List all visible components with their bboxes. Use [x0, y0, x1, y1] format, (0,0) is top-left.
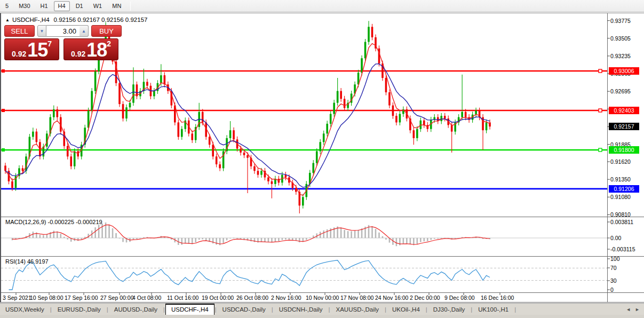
time-axis-label: 24 Nov 16:00	[375, 295, 408, 301]
rsi-axis-label: 0	[610, 287, 644, 293]
price-axis-tick-label: 0.93775	[610, 18, 642, 24]
rsi-axis-label: 100	[610, 256, 644, 262]
price-axis-tick-label: 0.91350	[610, 176, 642, 182]
rsi-indicator-header: RSI(14) 46.9197	[5, 258, 49, 265]
time-axis-label: 10 Sep 08:00	[30, 295, 63, 301]
tab-separator: |	[514, 306, 516, 313]
chart-tab-xauusd-daily[interactable]: XAUUSD-,Daily	[331, 304, 385, 315]
time-axis-label: 3 Sep 2021	[3, 295, 31, 301]
time-axis-label: 4 Oct 08:00	[132, 295, 161, 301]
timeframe-button-w1[interactable]: W1	[89, 1, 107, 11]
time-axis-label: 9 Dec 08:00	[444, 295, 475, 301]
one-click-trade-panel: SELL ▼ ▲ BUY 0.92 15 7	[4, 25, 123, 60]
rsi-axis-label: 70	[610, 265, 644, 271]
chevron-down-icon: ▼	[40, 29, 44, 34]
status-strip	[0, 315, 644, 318]
collapse-panel-icon[interactable]: ▲	[5, 18, 10, 22]
bid-price-tile[interactable]: 0.92 15 7	[4, 38, 59, 60]
sell-button[interactable]: SELL	[4, 25, 35, 37]
chart-window: ▲ USDCHF-,H4 0.92156 0.92167 0.92156 0.9…	[0, 13, 644, 303]
trading-terminal-window: 5M30H1H4D1W1MN ▲ USDCHF-,H4 0.92156 0.92…	[0, 0, 644, 318]
macd-pane	[1, 222, 607, 246]
bid-price-big-digits: 15	[27, 42, 47, 58]
level-price-badge: 0.93006	[609, 67, 639, 75]
timeframe-button-mn[interactable]: MN	[108, 1, 125, 11]
tab-scroll-arrows: ◄►	[626, 304, 640, 315]
timeframe-button-5[interactable]: 5	[1, 1, 13, 11]
timeframe-button-h1[interactable]: H1	[36, 1, 52, 11]
macd-indicator-header: MACD(12,26,9) -0.000225 -0.000219	[5, 219, 102, 225]
volume-increase-button[interactable]: ▲	[79, 25, 89, 37]
chart-tab-dj30-daily[interactable]: DJ30-,Daily	[428, 304, 470, 315]
chart-tab-audusd-daily[interactable]: AUDUSD-,Daily	[109, 304, 163, 315]
tab-scroll-left-button[interactable]: ◄	[626, 307, 631, 312]
macd-axis-label: -0.003115	[610, 246, 644, 252]
ask-price-pip-digit: 2	[107, 39, 111, 48]
time-axis-label: 26 Oct 08:00	[236, 295, 268, 301]
symbol-period-label: USDCHF-,H4	[12, 17, 50, 23]
time-axis-label: 2 Dec 00:00	[410, 295, 440, 301]
chart-header: ▲ USDCHF-,H4 0.92156 0.92167 0.92156 0.9…	[5, 17, 147, 23]
time-axis-label: 17 Nov 08:00	[340, 295, 373, 301]
toolbar-separator	[130, 2, 131, 11]
time-axis-label: 16 Dec 16:00	[481, 295, 514, 301]
timeframe-toolbar: 5M30H1H4D1W1MN	[0, 0, 644, 12]
bid-price-prefix: 0.92	[12, 50, 26, 58]
current-price-badge: 0.92157	[609, 123, 639, 130]
rsi-axis-label: 30	[610, 277, 644, 284]
level-price-badge: 0.91800	[609, 146, 639, 154]
chart-tab-usdx-weekly[interactable]: USDX,Weekly	[0, 304, 50, 315]
timeframe-button-h4[interactable]: H4	[54, 1, 70, 11]
price-axis-tick-label: 0.93505	[610, 35, 642, 42]
buy-button[interactable]: BUY	[91, 25, 122, 37]
horizontal-level-lines[interactable]	[1, 69, 607, 189]
timeframe-button-d1[interactable]: D1	[71, 1, 88, 11]
timeframe-button-m30[interactable]: M30	[14, 1, 34, 11]
bid-price-pip-digit: 7	[47, 39, 52, 48]
time-axis-label: 11 Oct 16:00	[167, 295, 198, 301]
rsi-pane	[1, 260, 607, 290]
ohlc-values: 0.92156 0.92167 0.92156 0.92157	[54, 17, 148, 23]
level-price-badge: 0.92403	[609, 107, 639, 114]
chart-tab-eurusd-daily[interactable]: EURUSD-,Daily	[52, 304, 106, 315]
chart-tab-usdcad-daily[interactable]: USDCAD-,Daily	[217, 304, 271, 315]
time-axis-label: 19 Oct 00:00	[202, 295, 234, 301]
time-axis-label: 27 Sep 00:00	[100, 295, 133, 301]
moving-average-lines	[5, 44, 490, 196]
chart-tab-uk100-h1[interactable]: UK100-,H1	[473, 304, 514, 315]
time-axis-label: 10 Nov 00:00	[306, 295, 339, 301]
volume-input[interactable]	[46, 25, 79, 37]
chart-tab-usdcnh-daily[interactable]: USDCNH-,Daily	[274, 304, 328, 315]
price-axis-tick-label: 0.93235	[610, 53, 642, 59]
time-axis-label: 2 Nov 16:00	[271, 295, 301, 301]
macd-axis-label: 0.00	[610, 235, 644, 241]
level-price-badge: 0.91206	[609, 185, 639, 193]
chart-tab-bar: USDX,Weekly|EURUSD-,Daily|AUDUSD-,Daily|…	[0, 303, 644, 315]
chart-tab-ukoil-h4[interactable]: UKOil-,H4	[387, 304, 425, 315]
ask-price-big-digits: 18	[86, 42, 107, 58]
price-axis-tick-label: 0.91080	[610, 194, 642, 200]
price-axis-tick-label: 0.91620	[610, 158, 642, 165]
price-axis-tick-label: 0.92695	[610, 88, 642, 94]
chart-tab-usdchf-h4[interactable]: USDCHF-,H4	[165, 304, 214, 315]
macd-axis-label: 0.003811	[610, 219, 644, 225]
ask-price-tile[interactable]: 0.92 18 2	[63, 38, 118, 60]
chevron-up-icon: ▲	[82, 29, 86, 34]
price-axis-tick-label: 0.90810	[610, 211, 642, 218]
ask-price-prefix: 0.92	[71, 50, 85, 58]
axis-tick-marks	[16, 21, 610, 295]
volume-decrease-button[interactable]: ▼	[37, 25, 46, 37]
tab-scroll-right-button[interactable]: ►	[635, 307, 640, 312]
time-axis-label: 17 Sep 16:00	[65, 295, 98, 301]
